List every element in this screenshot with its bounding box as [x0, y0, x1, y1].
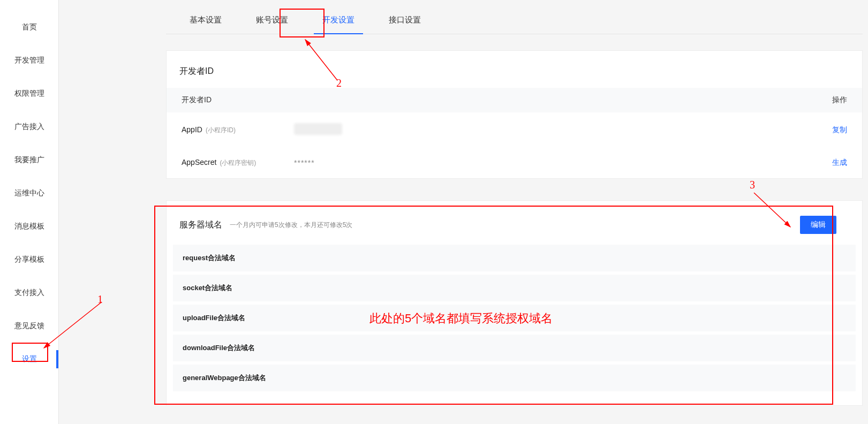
blurred-value — [294, 123, 342, 135]
generate-link[interactable]: 生成 — [815, 158, 847, 168]
card-title: 开发者ID — [167, 66, 862, 88]
sidebar-item-ads[interactable]: 广告接入 — [0, 110, 58, 143]
sidebar-item-ops[interactable]: 运维中心 — [0, 177, 58, 210]
sidebar: 首页 开发管理 权限管理 广告接入 我要推广 运维中心 消息模板 分享模板 支付… — [0, 0, 59, 424]
domain-row-upload: uploadFile合法域名 — [173, 305, 856, 331]
row-sublabel: (小程序ID) — [206, 126, 236, 135]
sidebar-label: 支付接入 — [14, 288, 44, 298]
sidebar-label: 运维中心 — [14, 188, 44, 198]
sidebar-label: 权限管理 — [14, 89, 44, 99]
row-sublabel: (小程序密钥) — [220, 158, 256, 168]
server-domain-card: 服务器域名 一个月内可申请5次修改，本月还可修改5次 编辑 request合法域… — [166, 200, 863, 406]
sidebar-item-promote[interactable]: 我要推广 — [0, 143, 58, 177]
sidebar-item-settings[interactable]: 设置 — [0, 343, 58, 376]
sidebar-label: 分享模板 — [14, 255, 44, 264]
th-action: 操作 — [815, 95, 847, 105]
developer-id-card: 开发者ID 开发者ID 操作 AppID (小程序ID) 复制 AppS — [166, 50, 863, 179]
card-title-text: 服务器域名 — [179, 219, 222, 231]
card-title: 服务器域名 一个月内可申请5次修改，本月还可修改5次 编辑 — [167, 216, 862, 245]
table-row: AppID (小程序ID) 复制 — [167, 112, 862, 147]
sidebar-item-feedback[interactable]: 意见反馈 — [0, 309, 58, 343]
tab-interface[interactable]: 接口设置 — [372, 0, 438, 34]
sidebar-item-share-template[interactable]: 分享模板 — [0, 243, 58, 276]
tab-develop[interactable]: 开发设置 — [305, 0, 372, 34]
row-value-appid — [294, 123, 815, 137]
tab-account[interactable]: 账号设置 — [239, 0, 305, 34]
domain-row-request: request合法域名 — [173, 245, 856, 271]
row-value-appsecret: ****** — [294, 158, 815, 167]
sidebar-label: 广告接入 — [14, 122, 44, 132]
sidebar-item-permission[interactable]: 权限管理 — [0, 77, 58, 110]
tab-basic[interactable]: 基本设置 — [172, 0, 239, 34]
domain-list: request合法域名 socket合法域名 uploadFile合法域名 do… — [167, 245, 862, 405]
sidebar-label: 首页 — [22, 22, 37, 32]
tabs-bar: 基本设置 账号设置 开发设置 接口设置 — [166, 0, 863, 34]
sidebar-item-message-template[interactable]: 消息模板 — [0, 210, 58, 243]
sidebar-label: 消息模板 — [14, 222, 44, 231]
main-content: 基本设置 账号设置 开发设置 接口设置 开发者ID 开发者ID 操作 AppID… — [59, 0, 868, 424]
sidebar-item-dev-manage[interactable]: 开发管理 — [0, 44, 58, 77]
card-subtitle: 一个月内可申请5次修改，本月还可修改5次 — [230, 221, 352, 230]
edit-button[interactable]: 编辑 — [800, 216, 836, 234]
sidebar-label: 设置 — [22, 354, 37, 364]
sidebar-item-home[interactable]: 首页 — [0, 11, 58, 44]
card-title-text: 开发者ID — [179, 66, 214, 77]
table-header: 开发者ID 操作 — [167, 88, 862, 112]
copy-link[interactable]: 复制 — [815, 125, 847, 135]
row-label-appsecret: AppSecret — [182, 158, 216, 166]
th-devid: 开发者ID — [182, 95, 815, 105]
sidebar-label: 开发管理 — [14, 56, 44, 65]
row-label-appid: AppID — [182, 125, 202, 134]
table-row: AppSecret (小程序密钥) ****** 生成 — [167, 147, 862, 178]
domain-row-socket: socket合法域名 — [173, 275, 856, 301]
sidebar-item-payment[interactable]: 支付接入 — [0, 276, 58, 309]
domain-row-webpage: generalWebpage合法域名 — [173, 365, 856, 391]
domain-row-download: downloadFile合法域名 — [173, 335, 856, 361]
sidebar-label: 我要推广 — [14, 155, 44, 165]
sidebar-label: 意见反馈 — [14, 321, 44, 331]
